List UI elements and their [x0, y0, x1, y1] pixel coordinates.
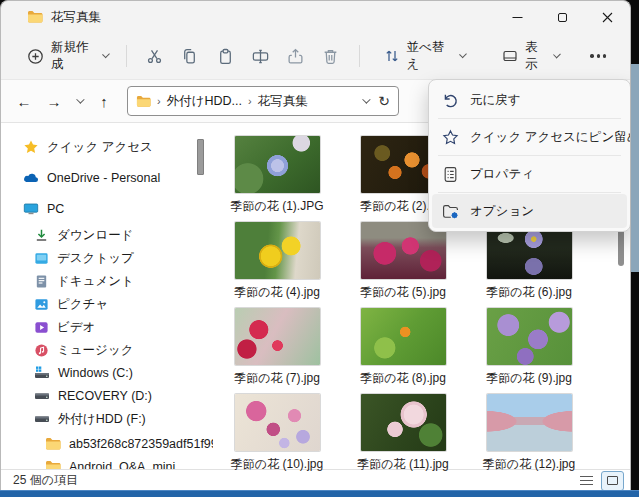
refresh-icon[interactable]: ↻ — [378, 93, 390, 109]
copy-button[interactable] — [172, 39, 207, 73]
file-thumbnail[interactable] — [487, 308, 572, 365]
file-thumbnail[interactable] — [235, 136, 320, 193]
menu-item-pin-quick-access[interactable]: クイック アクセスにピン留めする — [432, 120, 627, 154]
desktop-icon — [34, 251, 49, 266]
rename-button[interactable] — [243, 39, 278, 73]
file-thumbnail[interactable] — [235, 394, 320, 451]
file-thumbnail[interactable] — [235, 222, 320, 279]
share-button[interactable] — [278, 39, 313, 73]
sidebar-item-folder-android[interactable]: Android_Q&A_mini — [1, 456, 213, 469]
sidebar-item-label: ミュージック — [57, 342, 133, 359]
sidebar-scrollbar[interactable] — [197, 139, 204, 175]
breadcrumb-current-folder[interactable]: 花写真集 — [258, 93, 308, 110]
view-button[interactable]: 表示 — [494, 33, 567, 79]
menu-item-label: プロパティ — [470, 166, 534, 183]
folder-gear-icon — [442, 203, 459, 220]
file-thumbnail[interactable] — [235, 308, 320, 365]
thumbnail-view-icon — [607, 476, 618, 485]
sidebar-item-label: PC — [47, 202, 64, 216]
download-icon — [34, 228, 49, 243]
see-more-dropdown-menu: 元に戻す クイック アクセスにピン留めする プロパティ オプション — [428, 79, 631, 232]
drive-icon — [34, 411, 50, 427]
breadcrumb-separator-icon: › — [248, 95, 252, 107]
file-thumbnail[interactable] — [487, 394, 572, 451]
address-breadcrumb-box[interactable]: › 外付けHDD... › 花写真集 ↻ — [127, 86, 399, 116]
sidebar-item-label: ab53f268c872359adf51f99 — [69, 437, 213, 451]
back-button[interactable]: ← — [9, 86, 39, 116]
sidebar-item-external-hdd-f[interactable]: 外付けHDD (F:) — [1, 408, 213, 430]
chevron-down-icon — [76, 95, 84, 103]
sidebar-item-videos[interactable]: ビデオ — [1, 316, 213, 338]
item-count: 25 個の項目 — [13, 472, 78, 489]
sort-button[interactable]: 並べ替え — [376, 33, 472, 79]
maximize-button[interactable] — [540, 1, 585, 33]
new-button[interactable]: 新規作成 — [19, 33, 116, 79]
chevron-down-icon — [459, 51, 467, 59]
file-item[interactable]: 季節の花 (12).jpg — [466, 394, 592, 480]
folder-icon — [45, 459, 61, 469]
sidebar-item-recovery-d[interactable]: RECOVERY (D:) — [1, 385, 213, 407]
menu-item-label: 元に戻す — [470, 92, 521, 109]
plus-circle-icon — [27, 48, 44, 65]
file-thumbnail[interactable] — [361, 394, 446, 451]
thumbnail-view-toggle-active[interactable] — [601, 471, 624, 491]
up-button[interactable]: ↑ — [89, 86, 119, 116]
sidebar-item-pictures[interactable]: ピクチャ — [1, 293, 213, 315]
minimize-button[interactable] — [495, 1, 540, 33]
menu-item-properties[interactable]: プロパティ — [432, 157, 627, 191]
sidebar-item-downloads[interactable]: ダウンロード — [1, 224, 213, 246]
sidebar-item-onedrive[interactable]: OneDrive - Personal — [1, 167, 213, 189]
sidebar-item-label: ピクチャ — [57, 296, 108, 313]
file-item[interactable]: 季節の花 (10).jpg — [214, 394, 340, 480]
maximize-icon — [558, 13, 567, 22]
videos-icon — [34, 320, 49, 335]
breadcrumb-separator-icon: › — [157, 95, 161, 107]
cut-button[interactable] — [137, 39, 172, 73]
file-item[interactable]: 季節の花 (7).jpg — [214, 308, 340, 394]
sidebar-item-quick-access[interactable]: クイック アクセス — [1, 136, 213, 158]
see-more-button[interactable] — [581, 39, 616, 73]
menu-item-options[interactable]: オプション — [432, 194, 627, 228]
sidebar-item-documents[interactable]: ドキュメント — [1, 270, 213, 292]
file-name: 季節の花 (11).jpg — [357, 456, 448, 473]
file-item[interactable]: 季節の花 (9).jpg — [466, 308, 592, 394]
forward-button[interactable]: → — [39, 86, 69, 116]
sidebar-item-label: Android_Q&A_mini — [69, 460, 175, 469]
sidebar-item-desktop[interactable]: デスクトップ — [1, 247, 213, 269]
address-dropdown-icon[interactable] — [362, 95, 370, 103]
music-icon — [34, 343, 49, 358]
sidebar-item-label: RECOVERY (D:) — [58, 389, 152, 403]
chevron-down-icon — [102, 51, 110, 59]
menu-item-undo[interactable]: 元に戻す — [432, 83, 627, 117]
folder-icon — [136, 94, 151, 109]
file-item[interactable]: 季節の花 (6).jpg — [466, 222, 592, 308]
new-button-label: 新規作成 — [51, 39, 95, 73]
recent-locations-button[interactable] — [69, 86, 89, 116]
file-item[interactable]: 季節の花 (8).jpg — [340, 308, 466, 394]
file-item[interactable]: 季節の花 (1).JPG — [214, 136, 340, 222]
close-button[interactable] — [585, 1, 630, 33]
delete-button[interactable] — [313, 39, 348, 73]
file-item[interactable]: 季節の花 (4).jpg — [214, 222, 340, 308]
file-name: 季節の花 (5).jpg — [360, 284, 446, 301]
star-icon — [23, 139, 39, 155]
file-item[interactable]: 季節の花 (5).jpg — [340, 222, 466, 308]
title-bar: 花写真集 — [1, 1, 630, 33]
documents-icon — [34, 274, 49, 289]
paste-button[interactable] — [207, 39, 242, 73]
breadcrumb-drive[interactable]: 外付けHDD... — [167, 93, 242, 110]
file-name: 季節の花 (10).jpg — [231, 456, 323, 473]
file-name: 季節の花 (8).jpg — [360, 370, 446, 387]
menu-separator — [438, 155, 621, 156]
sidebar-item-pc[interactable]: PC — [1, 198, 213, 220]
sidebar-item-folder-ab53[interactable]: ab53f268c872359adf51f99 — [1, 433, 213, 455]
sidebar-item-label: デスクトップ — [57, 250, 134, 267]
file-item[interactable]: 季節の花 (11).jpg — [340, 394, 466, 480]
windows-drive-icon — [34, 365, 50, 381]
command-bar: 新規作成 並べ替 — [1, 33, 630, 79]
star-outline-icon — [442, 129, 459, 146]
sidebar-item-windows-c[interactable]: Windows (C:) — [1, 362, 213, 384]
drive-icon — [34, 388, 50, 404]
sidebar-item-music[interactable]: ミュージック — [1, 339, 213, 361]
file-thumbnail[interactable] — [361, 308, 446, 365]
